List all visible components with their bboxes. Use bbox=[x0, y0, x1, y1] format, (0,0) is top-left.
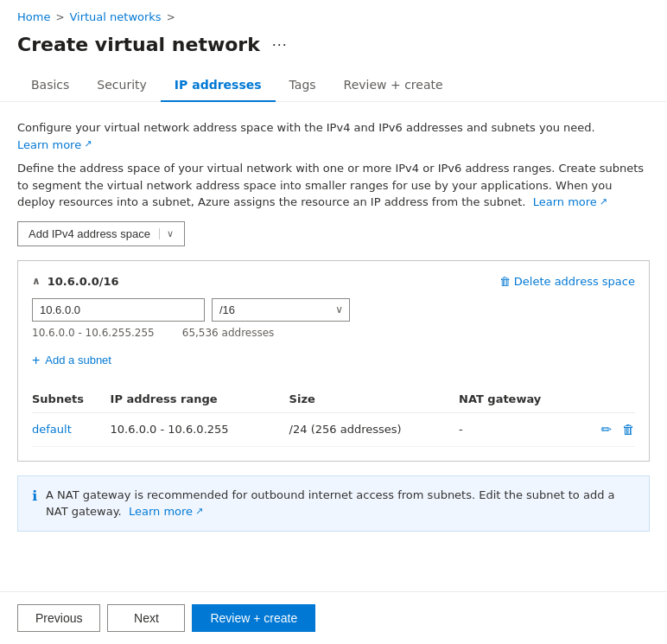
review-create-button[interactable]: Review + create bbox=[192, 604, 315, 632]
subnet-name: default bbox=[32, 412, 111, 446]
subnets-table-header: Subnets IP address range Size NAT gatewa… bbox=[32, 386, 635, 413]
subnet-default-link[interactable]: default bbox=[32, 423, 72, 436]
breadcrumb-sep1: > bbox=[55, 11, 64, 23]
col-ip-range: IP address range bbox=[111, 386, 289, 413]
info-text: A NAT gateway is recommended for outboun… bbox=[46, 487, 635, 520]
card-header-left: ∧ 10.6.0.0/16 bbox=[32, 275, 119, 288]
ip-inputs-row: /8/9/10 /11/12/13 /14/15 /16 /17/18/19 /… bbox=[32, 298, 635, 322]
delete-row-icon[interactable]: 🗑 bbox=[622, 422, 635, 437]
ip-range-text: 10.6.0.0 - 10.6.255.255 bbox=[32, 327, 155, 339]
page-title: Create virtual network bbox=[17, 34, 260, 55]
add-address-space-button[interactable]: Add IPv4 address space ∨ bbox=[17, 221, 185, 246]
subnet-nat: - bbox=[459, 412, 583, 446]
dropdown-caret-icon: ∨ bbox=[159, 228, 174, 239]
desc1-text: Configure your virtual network address s… bbox=[17, 119, 650, 153]
col-actions bbox=[583, 386, 635, 413]
col-nat: NAT gateway bbox=[459, 386, 583, 413]
more-options-button[interactable]: ··· bbox=[267, 34, 293, 55]
page-title-row: Create virtual network ··· bbox=[0, 30, 667, 69]
subnet-actions: ✏ 🗑 bbox=[583, 412, 635, 446]
content-area: Configure your virtual network address s… bbox=[0, 102, 667, 601]
tab-review-create[interactable]: Review + create bbox=[330, 69, 457, 102]
breadcrumb-sep2: > bbox=[167, 11, 175, 23]
row-actions: ✏ 🗑 bbox=[583, 422, 635, 437]
learn-more-link-3[interactable]: Learn more ↗ bbox=[129, 503, 203, 520]
info-banner: ℹ A NAT gateway is recommended for outbo… bbox=[17, 475, 650, 532]
tabs-row: Basics Security IP addresses Tags Review… bbox=[0, 69, 667, 102]
tab-security[interactable]: Security bbox=[83, 69, 161, 102]
learn-more-link-2[interactable]: Learn more ↗ bbox=[533, 194, 607, 211]
address-space-card: ∧ 10.6.0.0/16 🗑 Delete address space /8/… bbox=[17, 260, 650, 462]
breadcrumb-home[interactable]: Home bbox=[17, 10, 50, 23]
info-icon: ℹ bbox=[32, 488, 37, 504]
tab-tags[interactable]: Tags bbox=[276, 69, 330, 102]
cidr-select-wrapper: /8/9/10 /11/12/13 /14/15 /16 /17/18/19 /… bbox=[212, 298, 350, 322]
plus-icon: + bbox=[32, 353, 40, 368]
add-subnet-button[interactable]: + Add a subnet bbox=[32, 349, 111, 372]
next-button[interactable]: Next bbox=[107, 604, 185, 632]
subnets-table: Subnets IP address range Size NAT gatewa… bbox=[32, 386, 635, 447]
edit-icon[interactable]: ✏ bbox=[600, 422, 612, 437]
cidr-select[interactable]: /8/9/10 /11/12/13 /14/15 /16 /17/18/19 /… bbox=[212, 298, 350, 322]
learn-more-link-1[interactable]: Learn more ↗ bbox=[17, 137, 92, 154]
subnet-size: /24 (256 addresses) bbox=[289, 412, 459, 446]
bottom-bar: Previous Next Review + create bbox=[0, 591, 667, 644]
external-link-icon-2: ↗ bbox=[600, 195, 607, 210]
collapse-icon[interactable]: ∧ bbox=[32, 275, 41, 287]
previous-button[interactable]: Previous bbox=[17, 604, 100, 632]
external-link-icon-3: ↗ bbox=[195, 505, 203, 520]
tab-basics[interactable]: Basics bbox=[17, 69, 83, 102]
subnet-ip-range: 10.6.0.0 - 10.6.0.255 bbox=[111, 412, 289, 446]
ip-address-input[interactable] bbox=[32, 298, 205, 322]
tab-ip-addresses[interactable]: IP addresses bbox=[161, 69, 276, 102]
card-header: ∧ 10.6.0.0/16 🗑 Delete address space bbox=[32, 275, 635, 288]
col-size: Size bbox=[289, 386, 459, 413]
subnets-table-body: default 10.6.0.0 - 10.6.0.255 /24 (256 a… bbox=[32, 412, 635, 446]
description-block: Configure your virtual network address s… bbox=[17, 119, 650, 211]
delete-address-space-link[interactable]: 🗑 Delete address space bbox=[499, 275, 635, 288]
ip-range-info: 10.6.0.0 - 10.6.255.255 65,536 addresses bbox=[32, 327, 635, 339]
table-row: default 10.6.0.0 - 10.6.0.255 /24 (256 a… bbox=[32, 412, 635, 446]
breadcrumb: Home > Virtual networks > bbox=[0, 0, 667, 30]
desc2-text: Define the address space of your virtual… bbox=[17, 160, 650, 211]
col-subnets: Subnets bbox=[32, 386, 111, 413]
breadcrumb-virtual-networks[interactable]: Virtual networks bbox=[69, 10, 161, 23]
trash-icon: 🗑 bbox=[499, 275, 511, 288]
address-count: 65,536 addresses bbox=[182, 327, 275, 339]
external-link-icon-1: ↗ bbox=[84, 137, 92, 152]
